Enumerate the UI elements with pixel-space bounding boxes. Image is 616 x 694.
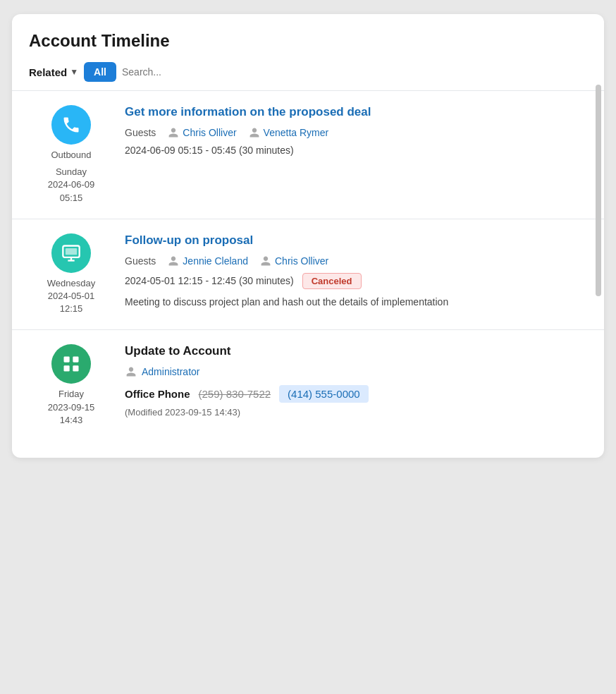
item-day: Friday 2023-09-15 14:43 xyxy=(48,388,95,427)
phone-icon-circle xyxy=(51,105,91,145)
timeline-item: Outbound Sunday 2024-06-09 05:15 Get mor… xyxy=(12,91,604,219)
guest-name[interactable]: Jennie Cleland xyxy=(183,255,248,267)
item-title[interactable]: Get more information on the proposed dea… xyxy=(125,105,587,119)
guests-row: Guests Chris Olliver Venetta Rymer xyxy=(125,126,587,139)
date-range: 2024-06-09 05:15 - 05:45 (30 minutes) xyxy=(125,145,294,156)
search-input[interactable] xyxy=(122,66,587,78)
date-range: 2024-05-01 12:15 - 12:45 (30 minutes) xyxy=(125,275,294,286)
guests-label: Guests xyxy=(125,127,156,138)
item-title: Update to Account xyxy=(125,344,587,358)
admin-row: Administrator xyxy=(125,365,587,378)
svg-rect-7 xyxy=(73,366,78,372)
svg-rect-4 xyxy=(64,357,70,363)
svg-rect-6 xyxy=(64,366,70,372)
item-day: Wednesday 2024-05-01 12:15 xyxy=(47,277,95,316)
item-direction: Outbound xyxy=(51,149,91,162)
item-title[interactable]: Follow-up on proposal xyxy=(125,233,587,248)
timeline-items: Outbound Sunday 2024-06-09 05:15 Get mor… xyxy=(12,91,604,441)
date-row: 2024-06-09 05:15 - 05:45 (30 minutes) xyxy=(125,145,587,156)
item-date-info: Sunday 2024-06-09 05:15 xyxy=(48,166,95,205)
item-content: Update to Account Administrator Office P… xyxy=(113,344,587,418)
modified-text: (Modified 2023-09-15 14:43) xyxy=(125,407,587,418)
canceled-badge: Canceled xyxy=(302,273,362,289)
phone-row: Office Phone (259) 830-7522 (414) 555-00… xyxy=(125,385,587,403)
person-icon xyxy=(167,126,180,139)
phone-icon xyxy=(61,115,81,135)
monitor-icon-circle xyxy=(51,233,91,273)
monitor-icon xyxy=(61,243,81,263)
guest-name[interactable]: Chris Olliver xyxy=(183,127,236,138)
related-button[interactable]: Related ▼ xyxy=(29,66,78,78)
date-row: 2024-05-01 12:15 - 12:45 (30 minutes) Ca… xyxy=(125,273,587,289)
phone-new: (414) 555-0000 xyxy=(279,385,369,403)
admin-name[interactable]: Administrator xyxy=(142,366,199,377)
guest-name[interactable]: Venetta Rymer xyxy=(264,127,329,138)
person-icon xyxy=(167,255,180,267)
account-timeline-card: Account Timeline Related ▼ All Outbound … xyxy=(12,14,604,458)
left-col: Wednesday 2024-05-01 12:15 xyxy=(29,233,113,316)
phone-old: (259) 830-7522 xyxy=(199,388,271,400)
item-description: Meeting to discuss project plan and hash… xyxy=(125,295,587,310)
phone-label: Office Phone xyxy=(125,388,190,400)
guests-row: Guests Jennie Cleland Chris Olliver xyxy=(125,255,587,267)
chevron-down-icon: ▼ xyxy=(70,67,78,77)
item-content: Follow-up on proposal Guests Jennie Clel… xyxy=(113,233,587,310)
item-content: Get more information on the proposed dea… xyxy=(113,105,587,162)
person-icon xyxy=(125,365,137,378)
person-icon xyxy=(248,126,261,139)
guest-item: Chris Olliver xyxy=(259,255,328,267)
guests-label: Guests xyxy=(125,255,156,267)
svg-rect-3 xyxy=(66,248,77,255)
related-label: Related xyxy=(29,66,67,78)
guest-name[interactable]: Chris Olliver xyxy=(275,255,328,267)
scrollbar[interactable] xyxy=(596,85,601,296)
timeline-item: Friday 2023-09-15 14:43 Update to Accoun… xyxy=(12,330,604,441)
svg-rect-5 xyxy=(73,357,78,363)
left-col: Outbound Sunday 2024-06-09 05:15 xyxy=(29,105,113,205)
grid-icon xyxy=(61,354,81,374)
grid-icon-circle xyxy=(51,344,91,384)
all-button[interactable]: All xyxy=(84,62,116,82)
timeline-item: Wednesday 2024-05-01 12:15 Follow-up on … xyxy=(12,219,604,331)
guest-item: Venetta Rymer xyxy=(248,126,329,139)
page-title: Account Timeline xyxy=(12,31,604,62)
left-col: Friday 2023-09-15 14:43 xyxy=(29,344,113,427)
toolbar: Related ▼ All xyxy=(12,62,604,91)
guest-item: Jennie Cleland xyxy=(167,255,248,267)
guest-item: Chris Olliver xyxy=(167,126,236,139)
person-icon xyxy=(259,255,272,267)
